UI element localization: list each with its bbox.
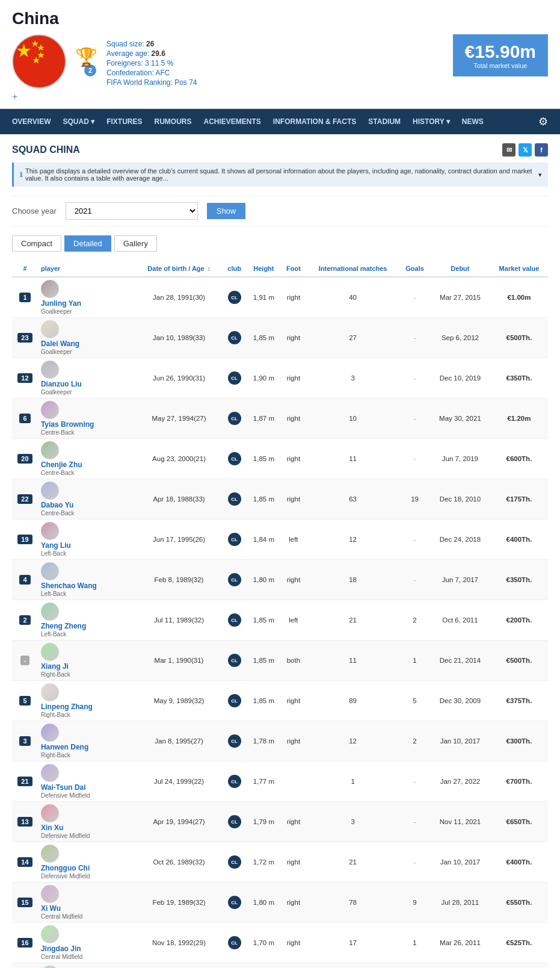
player-value: €1.20m	[490, 399, 548, 439]
player-club: CL	[222, 721, 247, 762]
player-intl: 21	[306, 600, 399, 641]
player-name[interactable]: Dabao Yu	[41, 501, 133, 509]
player-intl: 11	[306, 439, 399, 479]
add-button[interactable]: +	[12, 92, 548, 102]
player-foot: right	[281, 439, 306, 479]
player-position: Centre-Back	[41, 510, 75, 517]
table-row: 14 Zhongguo Chi Defensive Midfield Oct 2…	[12, 842, 548, 883]
nav-fixtures[interactable]: FIXTURES	[100, 110, 148, 133]
player-debut: Jan 10, 2017	[430, 721, 490, 762]
player-name[interactable]: Zheng Zheng	[41, 622, 133, 630]
player-goals: -	[399, 439, 430, 479]
player-value: €100Th.	[490, 963, 548, 969]
player-number: 16	[12, 923, 38, 963]
player-height: 1,85 m	[247, 318, 281, 358]
player-club: CL	[222, 681, 247, 721]
player-value: €550Th.	[490, 883, 548, 923]
player-name[interactable]: Shenchao Wang	[41, 582, 133, 590]
player-debut: Jun 7, 2017	[430, 560, 490, 600]
player-number: 4	[12, 560, 38, 600]
player-intl: 12	[306, 721, 399, 762]
player-name[interactable]: Yang Liu	[41, 541, 133, 550]
page-wrapper: China 🏆 2	[0, 0, 560, 968]
player-name[interactable]: Xin Xu	[41, 824, 133, 832]
nav-overview[interactable]: OVERVIEW	[6, 110, 57, 133]
player-value: €1.00m	[490, 277, 548, 318]
player-info: Xin Xu Defensive Midfield	[38, 802, 136, 842]
nav-rumours[interactable]: RUMOURS	[148, 110, 197, 133]
player-name[interactable]: Tyias Browning	[41, 420, 133, 429]
player-dob: Jan 28, 1991(30)	[136, 277, 222, 318]
nav-info[interactable]: INFORMATION & FACTS	[267, 110, 362, 133]
player-debut: Aug 3, 2005	[430, 963, 490, 969]
player-position: Defensive Midfield	[41, 873, 90, 880]
year-select[interactable]: 2021	[66, 202, 198, 220]
tab-compact[interactable]: Compact	[12, 235, 61, 252]
player-height: 1,85 m	[247, 681, 281, 721]
nav-squad[interactable]: SQUAD ▾	[57, 110, 100, 133]
player-avatar	[41, 724, 59, 742]
nav-news[interactable]: NEWS	[456, 110, 490, 133]
nav-achievements[interactable]: ACHIEVEMENTS	[197, 110, 266, 133]
squad-table: # player Date of birth / Age ↕ club Heig…	[12, 261, 548, 968]
table-row: 8 Junmin Hao Central Midfield Mar 24, 19…	[12, 963, 548, 969]
player-info: Junling Yan Goalkeeper	[38, 277, 136, 318]
col-dob[interactable]: Date of birth / Age ↕	[136, 261, 222, 277]
player-intl: 27	[306, 318, 399, 358]
player-debut: Jul 28, 2011	[430, 883, 490, 923]
player-name[interactable]: Dianzuo Liu	[41, 380, 133, 388]
player-name[interactable]: Hanwen Deng	[41, 743, 133, 751]
player-dob: Jul 24, 1999(22)	[136, 762, 222, 802]
settings-icon[interactable]: ⚙	[532, 109, 554, 134]
player-name[interactable]: Wai-Tsun Dai	[41, 783, 133, 792]
player-avatar	[41, 482, 59, 500]
player-number: 1	[12, 277, 38, 318]
player-intl: 40	[306, 277, 399, 318]
nav-stadium[interactable]: STADIUM	[362, 110, 407, 133]
player-club: CL	[222, 963, 247, 969]
player-debut: Dec 21, 2014	[430, 641, 490, 681]
player-goals: -	[399, 560, 430, 600]
player-avatar	[41, 401, 59, 419]
facebook-icon[interactable]: f	[535, 143, 548, 157]
player-dob: Apr 19, 1994(27)	[136, 802, 222, 842]
player-dob: May 9, 1989(32)	[136, 681, 222, 721]
player-value: €700Th.	[490, 762, 548, 802]
player-debut: May 30, 2021	[430, 399, 490, 439]
player-foot: right	[281, 277, 306, 318]
player-name[interactable]: Junling Yan	[41, 299, 133, 308]
player-position: Centre-Back	[41, 429, 75, 436]
expand-icon[interactable]: ▾	[538, 171, 542, 179]
player-info: Zheng Zheng Left-Back	[38, 600, 136, 641]
player-name[interactable]: Dalei Wang	[41, 340, 133, 348]
player-height: 1,91 m	[247, 277, 281, 318]
main-nav: OVERVIEW SQUAD ▾ FIXTURES RUMOURS ACHIEV…	[0, 109, 560, 134]
player-debut: Mar 27, 2015	[430, 277, 490, 318]
player-club: CL	[222, 600, 247, 641]
player-height: 1,80 m	[247, 883, 281, 923]
tab-gallery[interactable]: Gallery	[114, 235, 157, 252]
player-intl: 10	[306, 399, 399, 439]
player-foot: both	[281, 641, 306, 681]
player-position: Right-Back	[41, 712, 70, 718]
player-name[interactable]: Xiang Ji	[41, 662, 133, 671]
player-name[interactable]: Linpeng Zhang	[41, 703, 133, 711]
player-value: €350Th.	[490, 560, 548, 600]
player-info: Shenchao Wang Left-Back	[38, 560, 136, 600]
player-name[interactable]: Zhongguo Chi	[41, 864, 133, 872]
show-button[interactable]: Show	[207, 203, 246, 219]
nav-history[interactable]: HISTORY ▾	[407, 110, 456, 133]
email-icon[interactable]: ✉	[502, 143, 515, 157]
player-height: 1,85 m	[247, 600, 281, 641]
player-goals: -	[399, 842, 430, 883]
player-foot: left	[281, 520, 306, 560]
player-goals: -	[399, 277, 430, 318]
twitter-icon[interactable]: 𝕏	[518, 143, 532, 157]
col-foot: Foot	[281, 261, 306, 277]
tab-detailed[interactable]: Detailed	[64, 235, 111, 252]
player-position: Right-Back	[41, 752, 70, 759]
player-name[interactable]: Chenjie Zhu	[41, 461, 133, 469]
player-debut: Sep 6, 2012	[430, 318, 490, 358]
player-name[interactable]: Xi Wu	[41, 904, 133, 913]
player-name[interactable]: Jingdao Jin	[41, 945, 133, 953]
